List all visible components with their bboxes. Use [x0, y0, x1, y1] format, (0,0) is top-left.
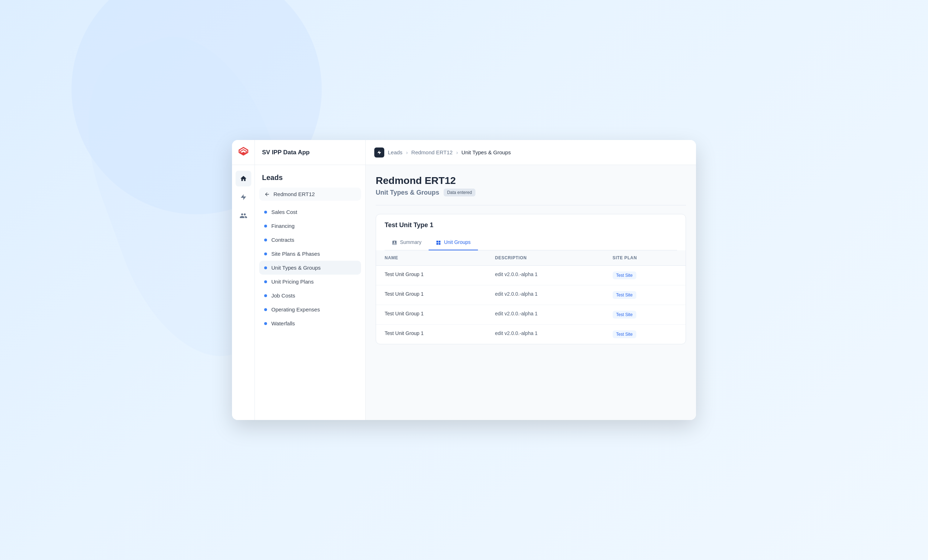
nav-item-label: Job Costs: [271, 292, 295, 298]
nav-dot: [264, 266, 267, 269]
nav-sidebar-content: Leads Redmond ERT12 Sales Cost Financing: [255, 165, 365, 336]
unit-groups-table: NAME DESCRIPTION SITE PLAN Test Unit Gro…: [376, 250, 685, 344]
back-arrow-icon: [264, 192, 270, 197]
back-button-label: Redmond ERT12: [273, 191, 315, 197]
tab-summary[interactable]: Summary: [385, 234, 429, 250]
nav-item-label: Site Plans & Phases: [271, 251, 320, 257]
site-plan-badge: Test Site: [613, 291, 636, 299]
nav-dot: [264, 294, 267, 297]
section-title: Test Unit Type 1: [385, 221, 677, 229]
nav-dot: [264, 322, 267, 325]
nav-list: Sales Cost Financing Contracts Site Plan…: [255, 205, 365, 330]
page-subtitle-row: Unit Types & Groups Data entered: [376, 189, 686, 196]
nav-item-site-plans[interactable]: Site Plans & Phases: [259, 247, 361, 261]
tabs: Summary Unit Groups: [385, 234, 677, 250]
top-bar: Leads › Redmond ERT12 › Unit Types & Gro…: [366, 140, 696, 165]
cell-site-plan: Test Site: [604, 265, 685, 285]
icon-sidebar: [232, 140, 255, 420]
nav-sidebar-header: SV IPP Data App: [255, 140, 365, 165]
page-title: Redmond ERT12: [376, 175, 686, 186]
tab-summary-label: Summary: [400, 239, 421, 245]
icon-nav: [232, 165, 255, 229]
app-logo-icon: [237, 146, 250, 159]
header-divider: [376, 205, 686, 205]
nav-dot: [264, 253, 267, 256]
table-container: NAME DESCRIPTION SITE PLAN Test Unit Gro…: [376, 250, 685, 344]
nav-item-waterfalls[interactable]: Waterfalls: [259, 317, 361, 330]
tab-unit-groups[interactable]: Unit Groups: [429, 234, 478, 250]
app-logo-area: [232, 140, 255, 165]
table-header-row: NAME DESCRIPTION SITE PLAN: [376, 250, 685, 266]
breadcrumb-redmond[interactable]: Redmond ERT12: [411, 149, 453, 155]
nav-item-operating-expenses[interactable]: Operating Expenses: [259, 303, 361, 317]
app-title: SV IPP Data App: [262, 149, 310, 156]
status-badge: Data entered: [444, 189, 475, 196]
table-body: Test Unit Group 1 edit v2.0.0.-alpha 1 T…: [376, 265, 685, 344]
nav-item-label: Unit Pricing Plans: [271, 278, 313, 285]
nav-sidebar: SV IPP Data App Leads Redmond ERT12 Sale…: [255, 140, 366, 420]
table-row[interactable]: Test Unit Group 1 edit v2.0.0.-alpha 1 T…: [376, 324, 685, 344]
cell-description: edit v2.0.0.-alpha 1: [487, 324, 604, 344]
main-content: Leads › Redmond ERT12 › Unit Types & Gro…: [366, 140, 696, 420]
nav-dot: [264, 308, 267, 311]
section-card-header: Test Unit Type 1 Summary: [376, 214, 685, 250]
bolt-breadcrumb-icon: [374, 148, 384, 157]
back-button[interactable]: Redmond ERT12: [259, 187, 361, 201]
nav-item-job-costs[interactable]: Job Costs: [259, 289, 361, 303]
cell-name: Test Unit Group 1: [376, 304, 487, 324]
cell-description: edit v2.0.0.-alpha 1: [487, 265, 604, 285]
col-site-plan: SITE PLAN: [604, 250, 685, 266]
cell-site-plan: Test Site: [604, 304, 685, 324]
cell-description: edit v2.0.0.-alpha 1: [487, 285, 604, 304]
summary-icon: [392, 239, 397, 245]
table-row[interactable]: Test Unit Group 1 edit v2.0.0.-alpha 1 T…: [376, 265, 685, 285]
site-plan-badge: Test Site: [613, 271, 636, 279]
nav-item-label: Operating Expenses: [271, 306, 320, 312]
nav-item-label: Unit Types & Groups: [271, 265, 321, 271]
breadcrumb-sep-1: ›: [406, 150, 408, 155]
cell-name: Test Unit Group 1: [376, 265, 487, 285]
nav-item-label: Waterfalls: [271, 320, 295, 326]
breadcrumb-sep-2: ›: [456, 150, 458, 155]
nav-dot: [264, 239, 267, 242]
cell-site-plan: Test Site: [604, 324, 685, 344]
tab-unit-groups-label: Unit Groups: [444, 239, 471, 245]
table-row[interactable]: Test Unit Group 1 edit v2.0.0.-alpha 1 T…: [376, 285, 685, 304]
nav-home-icon[interactable]: [235, 171, 251, 186]
nav-item-label: Financing: [271, 223, 295, 229]
col-name: NAME: [376, 250, 487, 266]
nav-item-unit-pricing[interactable]: Unit Pricing Plans: [259, 275, 361, 289]
section-card: Test Unit Type 1 Summary: [376, 214, 686, 344]
cell-site-plan: Test Site: [604, 285, 685, 304]
unit-groups-icon: [436, 239, 441, 245]
nav-item-financing[interactable]: Financing: [259, 219, 361, 233]
site-plan-badge: Test Site: [613, 330, 636, 338]
cell-name: Test Unit Group 1: [376, 285, 487, 304]
page-header: Redmond ERT12 Unit Types & Groups Data e…: [376, 175, 686, 196]
nav-item-contracts[interactable]: Contracts: [259, 233, 361, 247]
nav-item-unit-types[interactable]: Unit Types & Groups: [259, 261, 361, 275]
nav-section-title: Leads: [255, 171, 365, 187]
breadcrumb-leads[interactable]: Leads: [388, 149, 403, 155]
nav-dot: [264, 225, 267, 227]
cell-name: Test Unit Group 1: [376, 324, 487, 344]
app-shell: SV IPP Data App Leads Redmond ERT12 Sale…: [232, 140, 696, 420]
site-plan-badge: Test Site: [613, 311, 636, 318]
nav-people-icon[interactable]: [235, 208, 251, 224]
nav-dot: [264, 211, 267, 213]
breadcrumb-unit-types: Unit Types & Groups: [461, 149, 511, 155]
page-subtitle: Unit Types & Groups: [376, 189, 440, 196]
nav-item-label: Sales Cost: [271, 209, 298, 215]
cell-description: edit v2.0.0.-alpha 1: [487, 304, 604, 324]
nav-bolt-icon[interactable]: [235, 189, 251, 205]
nav-dot: [264, 280, 267, 283]
table-row[interactable]: Test Unit Group 1 edit v2.0.0.-alpha 1 T…: [376, 304, 685, 324]
nav-item-sales-cost[interactable]: Sales Cost: [259, 205, 361, 219]
nav-item-label: Contracts: [271, 237, 294, 243]
content-area: Redmond ERT12 Unit Types & Groups Data e…: [366, 165, 696, 420]
col-description: DESCRIPTION: [487, 250, 604, 266]
